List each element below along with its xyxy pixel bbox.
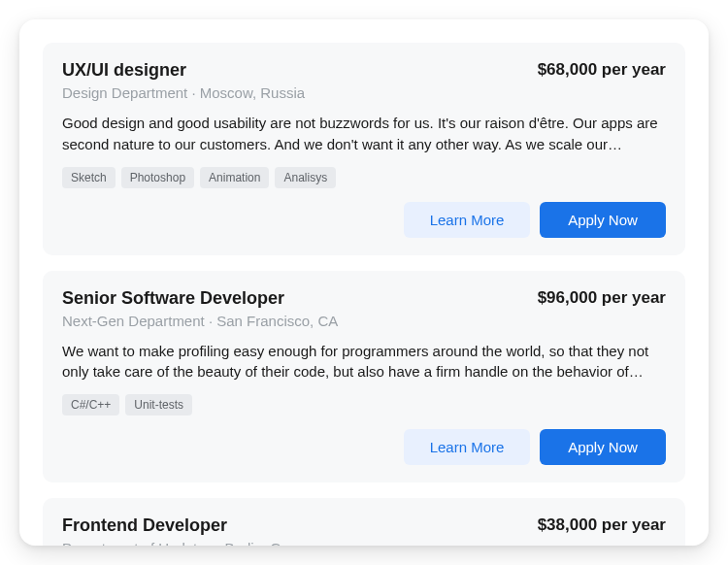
job-title: Senior Software Developer [62,288,284,309]
job-title: Frontend Developer [62,515,227,536]
job-tags: Sketch Photoshop Animation Analisys [62,167,666,188]
job-description: Good design and good usability are not b… [62,113,666,155]
skill-tag: Analisys [275,167,336,188]
job-meta: Design Department · Moscow, Russia [62,84,666,101]
job-header: Senior Software Developer $96,000 per ye… [62,288,666,309]
apply-now-button[interactable]: Apply Now [540,202,666,238]
job-salary: $96,000 per year [538,288,666,308]
job-actions: Learn More Apply Now [62,429,666,465]
job-listings-panel: UX/UI designer $68,000 per year Design D… [19,19,709,546]
job-title: UX/UI designer [62,60,186,81]
skill-tag: C#/C++ [62,394,119,415]
job-card: Frontend Developer $38,000 per year Depa… [43,498,685,546]
learn-more-button[interactable]: Learn More [404,202,530,238]
skill-tag: Animation [200,167,269,188]
job-card: Senior Software Developer $96,000 per ye… [43,271,685,483]
job-description: We want to make profiling easy enough fo… [62,341,666,383]
skill-tag: Photoshop [121,167,194,188]
skill-tag: Unit-tests [125,394,192,415]
job-meta: Department of Updates · Berlin, Germany [62,540,666,546]
job-meta: Next-Gen Department · San Francisco, CA [62,313,666,329]
job-actions: Learn More Apply Now [62,202,666,238]
job-header: UX/UI designer $68,000 per year [62,60,666,81]
job-tags: C#/C++ Unit-tests [62,394,666,415]
job-salary: $38,000 per year [538,515,666,535]
job-header: Frontend Developer $38,000 per year [62,515,666,536]
apply-now-button[interactable]: Apply Now [540,429,666,465]
job-card: UX/UI designer $68,000 per year Design D… [43,43,685,255]
job-salary: $68,000 per year [538,60,666,80]
learn-more-button[interactable]: Learn More [404,429,530,465]
skill-tag: Sketch [62,167,116,188]
